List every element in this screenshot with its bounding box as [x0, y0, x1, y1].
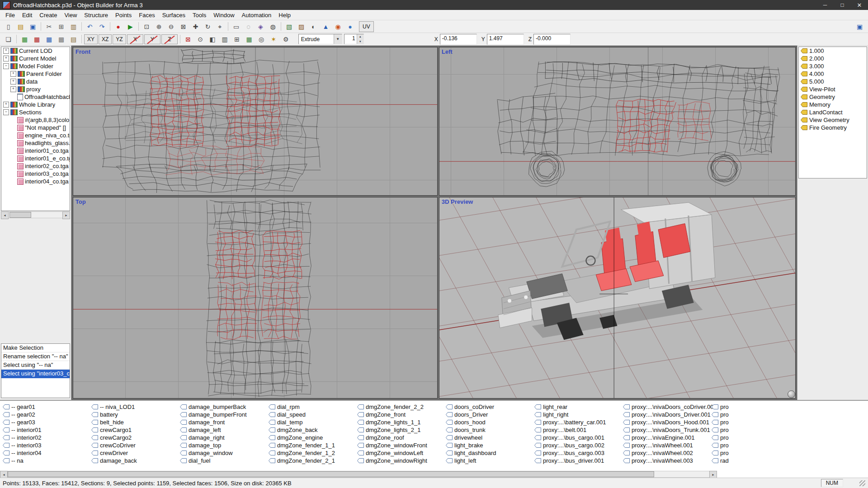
select-lasso-icon[interactable]: ◌ — [242, 21, 255, 32]
tree-item-sections[interactable]: −Sections — [1, 108, 70, 116]
named-selection-item[interactable]: -- interior02 — [3, 434, 91, 441]
lod-item-3-000[interactable]: 3.000 — [799, 62, 867, 70]
viewport-front-canvas[interactable] — [73, 47, 437, 195]
crosshair-icon[interactable]: ⌖ — [214, 21, 226, 32]
smooth-icon[interactable]: ◎ — [255, 34, 268, 45]
chevron-down-icon[interactable]: ▼ — [334, 34, 342, 44]
named-selection-item[interactable]: damage_back — [91, 457, 180, 465]
open-folder-icon[interactable]: ▤ — [14, 21, 27, 32]
lod-item-view-geometry[interactable]: View Geometry — [799, 116, 867, 124]
named-selection-item[interactable]: dial_temp — [269, 418, 357, 426]
plane-xy-button[interactable]: XY — [84, 34, 98, 44]
tree-item-interior01-e-co-tg[interactable]: interior01_e_co.tg — [1, 155, 70, 162]
expand-icon[interactable]: + — [10, 86, 16, 92]
lod-item-4-000[interactable]: 4.000 — [799, 70, 867, 78]
named-selection-item[interactable]: rad — [712, 457, 800, 465]
texture-mapping-icon[interactable]: ▨ — [295, 21, 307, 32]
tree-item-proxy[interactable]: +proxy — [1, 85, 70, 93]
named-selection-item[interactable]: dmgZone_lights_1_1 — [357, 418, 446, 426]
named-selection-item[interactable]: -- na — [3, 457, 91, 465]
record-icon[interactable]: ● — [112, 21, 124, 32]
named-selection-item[interactable]: light_right — [534, 411, 623, 418]
named-selection-item[interactable]: proxy:...\nivaWheel.001 — [623, 441, 712, 449]
minimize-button[interactable]: ─ — [816, 0, 834, 10]
maximize-button[interactable]: □ — [834, 0, 851, 10]
scroll-left-icon[interactable]: ◂ — [0, 471, 8, 478]
named-selection-item[interactable]: pro — [712, 411, 800, 418]
zoom-extents-icon[interactable]: ⊠ — [177, 21, 189, 32]
lod-view-3-icon[interactable]: ▦ — [43, 34, 55, 45]
tree-scroll-track[interactable] — [9, 211, 62, 218]
settings-icon[interactable]: ⚙ — [280, 34, 292, 45]
named-selection-item[interactable]: damage_left — [180, 426, 269, 434]
named-selection-item[interactable]: damage_right — [180, 434, 269, 441]
tree-item-argb-8-8-3-colo[interactable]: #(argb,8,8,3)colo — [1, 116, 70, 124]
named-selection-item[interactable]: proxy:...\nivaDoors_Hood.001 — [623, 418, 712, 426]
fill-icon[interactable]: ▧ — [283, 21, 295, 32]
menu-window[interactable]: Window — [210, 11, 238, 19]
viewport-layout-icon[interactable]: ❏ — [2, 34, 14, 45]
redo-icon[interactable]: ↷ — [96, 21, 108, 32]
lock-axis-x-button[interactable]: X — [127, 34, 143, 44]
copy-icon[interactable]: ⊞ — [55, 21, 67, 32]
named-selection-item[interactable]: crewCoDriver — [91, 441, 180, 449]
tree-item-interior04-co-tga[interactable]: interior04_co.tga — [1, 178, 70, 185]
tree-item-whole-library[interactable]: +Whole Library — [1, 101, 70, 108]
lod-view-5-icon[interactable]: ▤ — [67, 34, 80, 45]
menu-file[interactable]: File — [2, 11, 19, 19]
lod-view-2-icon[interactable]: ▦ — [31, 34, 43, 45]
select-rect-icon[interactable]: ▭ — [230, 21, 242, 32]
snap-points-icon[interactable]: ⊙ — [194, 34, 207, 45]
spin-down-icon[interactable]: ▾ — [357, 39, 363, 44]
named-selection-item[interactable]: -- niva_LOD1 — [91, 403, 180, 411]
named-selection-item[interactable]: belt_hide — [91, 418, 180, 426]
shade-icon[interactable]: ◐ — [307, 21, 320, 32]
named-selection-item[interactable]: proxy:...\bus_cargo.003 — [534, 449, 623, 457]
named-selection-item[interactable]: proxy:...\nivaDoors_Trunk.001 — [623, 426, 712, 434]
named-selection-item[interactable]: proxy:...\nivaWheel.002 — [623, 449, 712, 457]
expand-icon[interactable]: + — [3, 48, 9, 54]
menu-structure[interactable]: Structure — [80, 11, 112, 19]
named-selection-item[interactable]: -- gear02 — [3, 411, 91, 418]
hide-selection-icon[interactable]: ◍ — [267, 21, 279, 32]
close-button[interactable]: ✕ — [851, 0, 868, 10]
pan-icon[interactable]: ✚ — [189, 21, 202, 32]
viewport-front[interactable]: Front — [73, 47, 438, 196]
tree-item-headlights-glass-t[interactable]: headlights_glass.t — [1, 139, 70, 147]
tree-item-interior02-co-tga[interactable]: interior02_co.tga — [1, 162, 70, 170]
named-selection-item[interactable]: pro — [712, 403, 800, 411]
named-selection-item[interactable]: doors_Driver — [446, 411, 534, 418]
named-selection-item[interactable]: damage_bumperBack — [180, 403, 269, 411]
lod-item-1-000[interactable]: 1.000 — [799, 47, 867, 55]
named-selection-item[interactable]: -- gear03 — [3, 418, 91, 426]
undo-icon[interactable]: ↶ — [84, 21, 96, 32]
coord-z-input[interactable]: -0.000 — [533, 34, 571, 45]
named-selection-item[interactable]: -- interior01 — [3, 426, 91, 434]
named-selection-item[interactable]: dmgZone_engine — [269, 434, 357, 441]
named-selection-item[interactable]: dial_rpm — [269, 403, 357, 411]
vertex-color-icon[interactable]: ▲ — [320, 21, 332, 32]
menu-points[interactable]: Points — [112, 11, 135, 19]
lock-axis-z-button[interactable]: Z — [161, 34, 178, 44]
extrude-combobox[interactable]: Extrude▼ — [298, 34, 342, 44]
named-selection-item[interactable]: proxy:...\battery_car.001 — [534, 418, 623, 426]
lod-item-landcontact[interactable]: LandContact — [799, 108, 867, 116]
lod-item-memory[interactable]: Memory — [799, 101, 867, 108]
play-icon[interactable]: ▶ — [124, 21, 137, 32]
menu-faces[interactable]: Faces — [135, 11, 158, 19]
tree-item-model-folder[interactable]: −Model Folder — [1, 62, 70, 70]
named-selection-item[interactable]: crewDriver — [91, 449, 180, 457]
viewport-top[interactable]: Top — [73, 197, 438, 399]
collapse-icon[interactable]: − — [3, 109, 9, 115]
named-selection-item[interactable]: dmgZone_windowRight — [357, 457, 446, 465]
named-selection-item[interactable]: pro — [712, 441, 800, 449]
extrude-steps-stepper[interactable]: 1▴▾ — [344, 34, 364, 44]
paste-icon[interactable]: ▥ — [67, 21, 80, 32]
named-selection-item[interactable]: doors_trunk — [446, 426, 534, 434]
named-selection-item[interactable]: proxy:...\nivaEngine.001 — [623, 434, 712, 441]
named-selection-item[interactable]: dmgZone_lights_2_1 — [357, 426, 446, 434]
collapse-icon[interactable]: − — [3, 63, 9, 69]
named-selection-item[interactable]: proxy:...\bus_driver.001 — [534, 457, 623, 465]
menu-automation[interactable]: Automation — [238, 11, 275, 19]
snap-grid-icon[interactable]: ⊠ — [182, 34, 194, 45]
